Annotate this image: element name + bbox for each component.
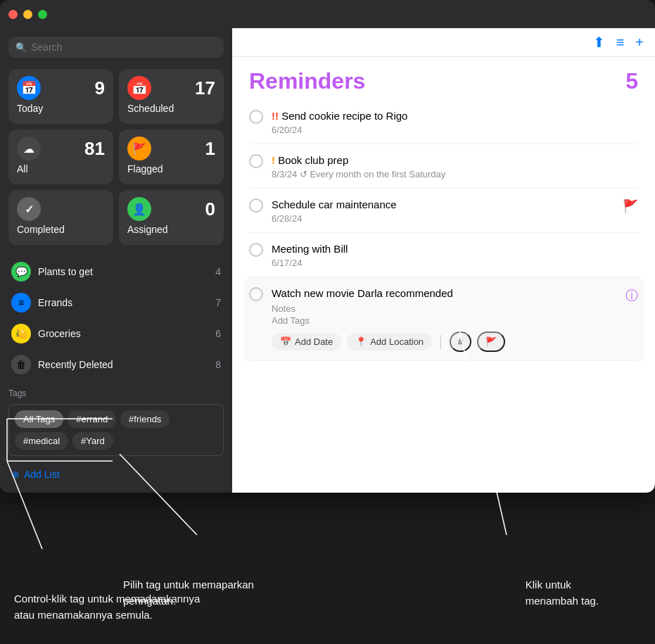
reminder-content: !! Send cookie recipe to Rigo 6/20/24 [272,108,638,135]
list-item-deleted[interactable]: 🗑 Recently Deleted 8 [8,349,224,380]
annotation-middle-line2: peringatan. [123,595,176,607]
annotation-left-line2: atau menamakannya semula. [14,609,153,621]
add-date-label: Add Date [295,336,333,347]
recur-text: Every month on the first Saturday [310,169,445,179]
priority-indicator: !! [272,110,281,122]
action-divider [440,335,441,349]
add-flag-button[interactable]: 🚩 [477,332,505,352]
reminders-title: Reminders [249,68,365,94]
reminder-title-text: Book club prep [278,154,348,166]
smart-card-flagged[interactable]: 🚩 1 Flagged [119,130,224,184]
reminder-content: Watch new movie Darla recommended Notes … [272,286,617,352]
add-tag-hash-button[interactable]: # [450,332,471,352]
search-icon: 🔍 [15,42,27,53]
today-count: 9 [95,77,105,99]
reminder-content: ! Book club prep 8/3/24 ↺ Every month on… [272,153,638,179]
reminder-actions: 📅 Add Date 📍 Add Location # [272,332,617,352]
tag-all-tags[interactable]: All Tags [15,410,63,428]
annotation-right-line2: menambah tag. [526,595,599,607]
reminder-content: Schedule car maintenance 6/28/24 [272,197,614,224]
plants-name: Plants to get [38,266,208,277]
add-list-label: Add List [24,469,60,480]
list-view-icon[interactable]: ≡ [616,34,625,51]
reminder-checkbox[interactable] [249,154,263,168]
location-icon: 📍 [355,336,367,347]
minimize-button[interactable] [23,10,32,19]
flag-icon: 🚩 [623,198,638,214]
reminders-list: !! Send cookie recipe to Rigo 6/20/24 [232,100,655,493]
assigned-count: 0 [205,198,215,220]
reminder-checkbox[interactable] [249,243,263,257]
list-item-groceries[interactable]: 🍋 Groceries 6 [8,318,224,349]
reminder-title: Watch new movie Darla recommended [272,286,617,301]
reminder-item: !! Send cookie recipe to Rigo 6/20/24 [249,100,638,144]
reminder-title-text: Meeting with Bill [272,243,348,255]
errands-icon: ≡ [11,293,31,312]
plants-count: 4 [215,266,221,277]
reminder-checkbox[interactable] [249,287,263,301]
reminder-title-text: Schedule car maintenance [272,198,397,210]
errands-name: Errands [38,297,208,308]
add-list-button[interactable]: ⊕ Add List [8,465,224,484]
reminder-title-text: Send cookie recipe to Rigo [281,110,407,122]
reminder-content: Meeting with Bill 6/17/24 [272,241,638,268]
reminder-title: Meeting with Bill [272,241,638,256]
tag-medical[interactable]: #medical [15,432,68,450]
priority-indicator: ! [272,154,278,166]
add-location-button[interactable]: 📍 Add Location [347,333,432,351]
tags-section: Tags All Tags #errand #friends #medical … [8,389,224,456]
today-icon: 📅 [17,76,41,100]
completed-label: Completed [17,224,105,235]
reminder-tags-input[interactable]: Add Tags [272,315,617,326]
tags-container: All Tags #errand #friends #medical #Yard [8,404,224,456]
reminders-count: 5 [625,68,638,94]
share-icon[interactable]: ⬆ [593,34,605,51]
reminder-date: 8/3/24 ↺ Every month on the first Saturd… [272,169,638,179]
add-reminder-icon[interactable]: + [635,34,644,51]
scheduled-icon: 📅 [127,76,151,100]
tags-section-label: Tags [8,389,224,398]
reminder-date: 6/28/24 [272,213,614,224]
deleted-icon: 🗑 [11,355,31,374]
today-label: Today [17,103,105,114]
assigned-label: Assigned [127,224,215,235]
reminder-title: !! Send cookie recipe to Rigo [272,108,638,123]
scheduled-count: 17 [195,77,215,99]
info-icon[interactable]: ⓘ [625,287,638,304]
reminder-title: Schedule car maintenance [272,197,614,212]
traffic-lights [8,10,47,19]
sidebar: 🔍 📅 9 Today [0,28,232,493]
smart-folders-grid: 📅 9 Today 📅 17 Scheduled [8,69,224,245]
reminder-checkbox[interactable] [249,110,263,124]
lists-section: 💬 Plants to get 4 ≡ Errands 7 🍋 [8,256,224,380]
smart-card-today[interactable]: 📅 9 Today [8,69,113,124]
list-item-plants[interactable]: 💬 Plants to get 4 [8,256,224,287]
all-icon: ☁ [17,137,41,160]
list-item-errands[interactable]: ≡ Errands 7 [8,287,224,318]
smart-card-completed[interactable]: ✓ Completed [8,190,113,245]
smart-card-all[interactable]: ☁ 81 All [8,130,113,184]
smart-card-scheduled[interactable]: 📅 17 Scheduled [119,69,224,124]
flagged-label: Flagged [127,163,215,175]
calendar-icon: 📅 [280,336,291,347]
scheduled-label: Scheduled [127,103,215,114]
annotation-middle-text: Pilih tag untuk memaparkan peringatan. [123,577,254,609]
reminder-title-text: Watch new movie Darla recommended [272,287,453,299]
main-content: ⬆ ≡ + Reminders 5 [232,28,655,493]
maximize-button[interactable] [38,10,47,19]
add-date-button[interactable]: 📅 Add Date [272,333,341,351]
assigned-icon: 👤 [127,197,151,221]
annotation-right-line1: Klik untuk [526,579,571,591]
tag-yard[interactable]: #Yard [72,432,113,450]
reminder-date: 6/20/24 [272,125,638,135]
close-button[interactable] [8,10,18,19]
reminder-notes[interactable]: Notes [272,303,617,314]
reminders-header: Reminders 5 [232,57,655,100]
tag-errand[interactable]: #errand [68,410,116,428]
search-input[interactable] [31,42,217,53]
annotation-right-text: Klik untuk menambah tag. [526,577,599,609]
smart-card-assigned[interactable]: 👤 0 Assigned [119,190,224,245]
search-bar[interactable]: 🔍 [8,37,224,58]
tag-friends[interactable]: #friends [120,410,170,428]
reminder-checkbox[interactable] [249,198,263,213]
